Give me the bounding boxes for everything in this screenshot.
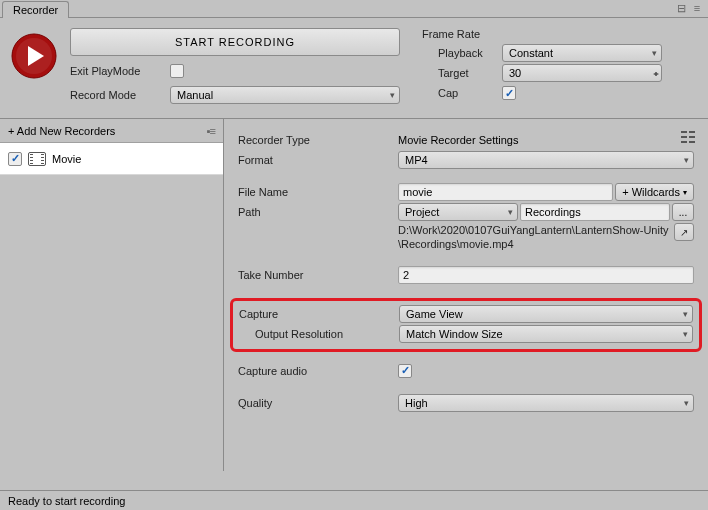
file-name-label: File Name <box>238 186 398 198</box>
output-resolution-label: Output Resolution <box>239 328 399 340</box>
file-name-value: movie <box>403 186 432 198</box>
take-number-label: Take Number <box>238 269 398 281</box>
settings-panel: Recorder Type Movie Recorder Settings Fo… <box>224 119 708 471</box>
playback-dropdown[interactable]: Constant <box>502 44 662 62</box>
take-number-input[interactable]: 2 <box>398 266 694 284</box>
recorder-type-value: Movie Recorder Settings <box>398 134 518 146</box>
take-number-value: 2 <box>403 269 409 281</box>
target-label: Target <box>422 67 502 79</box>
capture-dropdown[interactable]: Game View <box>399 305 693 323</box>
playback-value: Constant <box>509 47 553 59</box>
record-mode-value: Manual <box>177 89 213 101</box>
quality-label: Quality <box>238 397 398 409</box>
path-folder-input[interactable]: Recordings <box>520 203 670 221</box>
path-scope-value: Project <box>405 206 439 218</box>
path-browse-button[interactable]: ... <box>672 203 694 221</box>
add-recorders-menu-icon[interactable]: ▪≡ <box>207 125 215 137</box>
movie-icon <box>28 152 46 166</box>
recorder-type-label: Recorder Type <box>238 134 398 146</box>
exit-playmode-checkbox[interactable] <box>170 64 184 78</box>
path-scope-dropdown[interactable]: Project <box>398 203 518 221</box>
full-path-text: D:\Work\2020\0107GuiYangLantern\LanternS… <box>398 223 694 252</box>
frame-rate-title: Frame Rate <box>422 28 698 40</box>
window-lock-icon[interactable]: ⊟ <box>674 2 688 14</box>
svg-rect-4 <box>689 131 695 133</box>
capture-audio-checkbox[interactable] <box>398 364 412 378</box>
format-label: Format <box>238 154 398 166</box>
svg-rect-7 <box>681 141 687 143</box>
main-area: + Add New Recorders ▪≡ Movie Recorder Ty… <box>0 119 708 471</box>
tab-recorder[interactable]: Recorder <box>2 1 69 18</box>
capture-label: Capture <box>239 308 399 320</box>
window-menu-icon[interactable]: ≡ <box>690 2 704 14</box>
wildcards-label: + Wildcards <box>622 186 680 198</box>
capture-highlight-box: Capture Game View Output Resolution Matc… <box>230 298 702 352</box>
format-dropdown[interactable]: MP4 <box>398 151 694 169</box>
exit-playmode-label: Exit PlayMode <box>70 65 170 77</box>
recorder-item-label: Movie <box>52 153 81 165</box>
preset-icon[interactable] <box>680 129 696 145</box>
add-recorders-label: + Add New Recorders <box>8 125 115 137</box>
quality-dropdown[interactable]: High <box>398 394 694 412</box>
window-controls: ⊟ ≡ <box>674 2 704 14</box>
playback-label: Playback <box>422 47 502 59</box>
recorder-item-checkbox[interactable] <box>8 152 22 166</box>
full-path-value: D:\Work\2020\0107GuiYangLantern\LanternS… <box>398 224 668 250</box>
status-text: Ready to start recording <box>8 495 125 507</box>
target-value: 30 <box>509 67 521 79</box>
record-button-wrap <box>10 28 58 104</box>
quality-value: High <box>405 397 428 409</box>
format-value: MP4 <box>405 154 428 166</box>
recorder-list-item[interactable]: Movie <box>0 143 223 175</box>
add-recorders-button[interactable]: + Add New Recorders ▪≡ <box>0 119 223 143</box>
output-resolution-value: Match Window Size <box>406 328 503 340</box>
record-icon[interactable] <box>10 32 58 80</box>
record-mode-dropdown[interactable]: Manual <box>170 86 400 104</box>
output-resolution-dropdown[interactable]: Match Window Size <box>399 325 693 343</box>
file-name-input[interactable]: movie <box>398 183 613 201</box>
tab-bar: Recorder <box>0 0 708 18</box>
top-panel: START RECORDING Exit PlayMode Record Mod… <box>0 18 708 119</box>
path-label: Path <box>238 206 398 218</box>
svg-rect-5 <box>681 136 687 138</box>
target-dropdown[interactable]: 30 <box>502 64 662 82</box>
record-mode-label: Record Mode <box>70 89 170 101</box>
open-path-button[interactable]: ↗ <box>674 223 694 241</box>
capture-audio-label: Capture audio <box>238 365 398 377</box>
capture-value: Game View <box>406 308 463 320</box>
wildcards-button[interactable]: + Wildcards▾ <box>615 183 694 201</box>
svg-rect-8 <box>689 141 695 143</box>
path-folder-value: Recordings <box>525 206 581 218</box>
cap-checkbox[interactable] <box>502 86 516 100</box>
recorder-list-panel: + Add New Recorders ▪≡ Movie <box>0 119 224 471</box>
start-recording-button[interactable]: START RECORDING <box>70 28 400 56</box>
svg-rect-6 <box>689 136 695 138</box>
status-bar: Ready to start recording <box>0 490 708 510</box>
cap-label: Cap <box>422 87 502 99</box>
svg-rect-3 <box>681 131 687 133</box>
